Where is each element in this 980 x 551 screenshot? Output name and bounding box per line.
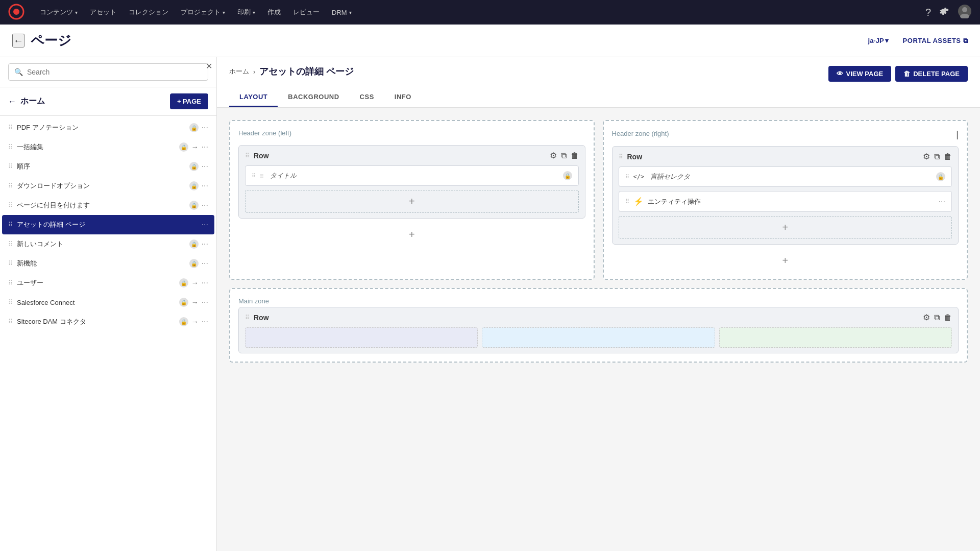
main-column-1 xyxy=(245,327,478,348)
settings-icon[interactable] xyxy=(939,6,949,19)
add-row-button-right[interactable]: + xyxy=(612,251,959,271)
sidebar-item-new-comment[interactable]: ⠿ 新しいコメント 🔒 ··· xyxy=(2,234,214,254)
print-dropdown-arrow: ▾ xyxy=(253,10,255,15)
more-options-icon[interactable]: ··· xyxy=(202,142,208,152)
projects-dropdown-arrow: ▾ xyxy=(223,10,225,15)
action-buttons: 👁 VIEW PAGE 🗑 DELETE PAGE xyxy=(828,66,968,82)
add-component-in-row-right-button[interactable]: + xyxy=(619,216,952,239)
row-card-header-right: ⠿ Row ⚙ ⧉ 🗑 xyxy=(619,152,952,161)
entity-more-options-icon[interactable]: ··· xyxy=(939,197,945,206)
tab-background[interactable]: BACKGROUND xyxy=(278,88,349,107)
row-settings-button[interactable]: ⚙ xyxy=(923,152,930,161)
app-logo[interactable] xyxy=(8,4,33,21)
row-delete-button[interactable]: 🗑 xyxy=(571,151,579,160)
sidebar-item-label: ユーザー xyxy=(17,278,176,288)
home-label: ホーム xyxy=(20,96,45,107)
sidebar-item-salesforce-connect[interactable]: ⠿ Salesforce Connect 🔒 → ··· xyxy=(2,293,214,312)
sidebar-item-sitecore-dam[interactable]: ⠿ Sitecore DAM コネクタ 🔒 → ··· xyxy=(2,312,214,331)
user-avatar[interactable] xyxy=(958,4,972,21)
drag-handle-icon: ⠿ xyxy=(8,124,13,131)
more-options-icon[interactable]: ··· xyxy=(202,259,208,268)
sidebar-item-label: ダウンロードオプション xyxy=(17,181,186,190)
sidebar-item-bookmarks[interactable]: ⠿ ページに付目を付けます 🔒 ··· xyxy=(2,196,214,215)
main-column-2 xyxy=(482,327,715,348)
drag-handle-icon: ⠿ xyxy=(8,279,13,286)
help-icon[interactable]: ? xyxy=(925,7,931,18)
row-copy-button[interactable]: ⧉ xyxy=(561,151,567,160)
lock-icon: 🔒 xyxy=(189,239,199,249)
back-button[interactable]: ← xyxy=(12,34,24,47)
delete-page-button[interactable]: 🗑 DELETE PAGE xyxy=(895,66,968,82)
row-card-main: ⠿ Row ⚙ ⧉ 🗑 xyxy=(238,307,959,353)
row-settings-button[interactable]: ⚙ xyxy=(550,151,557,160)
row-drag-handle-icon: ⠿ xyxy=(619,153,623,160)
sidebar-home-nav[interactable]: ← ホーム xyxy=(8,96,45,107)
more-options-icon[interactable]: ··· xyxy=(202,220,208,229)
page-title: ページ xyxy=(31,32,71,50)
tab-css[interactable]: CSS xyxy=(350,88,384,107)
sidebar-item-label: Sitecore DAM コネクタ xyxy=(17,317,176,326)
nav-assets[interactable]: アセット xyxy=(85,5,121,20)
lock-icon: 🔒 xyxy=(189,162,199,171)
breadcrumb-section: ホーム › アセットの詳細 ページ xyxy=(229,65,354,82)
row-settings-button[interactable]: ⚙ xyxy=(923,313,930,322)
more-options-icon[interactable]: ··· xyxy=(202,201,208,210)
row-delete-button[interactable]: 🗑 xyxy=(944,313,952,322)
nav-print[interactable]: 印刷 ▾ xyxy=(232,5,260,20)
row-copy-button[interactable]: ⧉ xyxy=(934,313,940,322)
sidebar-item-users[interactable]: ⠿ ユーザー 🔒 → ··· xyxy=(2,273,214,293)
sidebar-item-bulk-edit[interactable]: ⠿ 一括編集 🔒 → ··· xyxy=(2,137,214,157)
more-options-icon[interactable]: ··· xyxy=(202,239,208,249)
drag-handle-icon: ⠿ xyxy=(8,318,13,325)
row-copy-button[interactable]: ⧉ xyxy=(934,152,940,161)
drag-handle-icon: ⠿ xyxy=(8,241,13,248)
main-layout: ✕ 🔍 ← ホーム + PAGE ⠿ PDF アノテーション 🔒 ··· xyxy=(0,57,980,551)
lock-icon: 🔒 xyxy=(189,259,199,268)
tab-layout[interactable]: LAYOUT xyxy=(229,88,278,107)
drag-handle-icon: ⠿ xyxy=(8,221,13,228)
nav-contents[interactable]: コンテンツ ▾ xyxy=(35,5,83,20)
more-options-icon[interactable]: ··· xyxy=(202,162,208,171)
nav-projects[interactable]: プロジェクト ▾ xyxy=(176,5,230,20)
nav-arrow-icon: → xyxy=(191,279,199,287)
nav-review[interactable]: レビュー xyxy=(288,5,325,20)
more-options-icon[interactable]: ··· xyxy=(202,181,208,190)
sidebar-item-label: ページに付目を付けます xyxy=(17,201,186,210)
sidebar-item-download-options[interactable]: ⠿ ダウンロードオプション 🔒 ··· xyxy=(2,176,214,196)
row-actions: ⚙ ⧉ 🗑 xyxy=(550,151,579,160)
nav-drm[interactable]: DRM ▾ xyxy=(327,6,357,19)
page-header: ← ページ ja-JP ▾ PORTAL ASSETS ⧉ xyxy=(0,25,980,57)
nav-arrow-icon: → xyxy=(191,143,199,151)
more-options-icon[interactable]: ··· xyxy=(202,298,208,307)
tab-info[interactable]: INFO xyxy=(384,88,422,107)
content-tabs: LAYOUT BACKGROUND CSS INFO xyxy=(229,88,968,107)
more-options-icon[interactable]: ··· xyxy=(202,317,208,326)
breadcrumb-home[interactable]: ホーム xyxy=(229,67,249,76)
row-drag-handle-icon: ⠿ xyxy=(245,314,250,321)
sidebar-item-asset-detail[interactable]: ⠿ アセットの詳細 ページ ··· xyxy=(2,215,214,234)
lightning-icon: ⚡ xyxy=(633,197,644,206)
external-link-icon: ⧉ xyxy=(963,37,968,45)
sidebar-item-pdf-annotation[interactable]: ⠿ PDF アノテーション 🔒 ··· xyxy=(2,118,214,137)
add-row-button-left[interactable]: + xyxy=(238,225,585,245)
locale-selector[interactable]: ja-JP ▾ xyxy=(868,37,889,44)
sidebar-home-row: ← ホーム + PAGE xyxy=(0,87,216,116)
drag-handle-icon: ⠿ xyxy=(8,299,13,306)
view-page-button[interactable]: 👁 VIEW PAGE xyxy=(828,66,892,82)
sidebar-item-order[interactable]: ⠿ 順序 🔒 ··· xyxy=(2,157,214,176)
sidebar-item-new-features[interactable]: ⠿ 新機能 🔒 ··· xyxy=(2,254,214,273)
sidebar-item-label: 新しいコメント xyxy=(17,239,186,249)
content-header: ホーム › アセットの詳細 ページ 👁 VIEW PAGE 🗑 DELETE P… xyxy=(217,57,980,108)
nav-create[interactable]: 作成 xyxy=(262,5,286,20)
add-page-button[interactable]: + PAGE xyxy=(170,93,208,109)
component-lock-icon: 🔒 xyxy=(936,172,945,181)
portal-assets-button[interactable]: PORTAL ASSETS ⧉ xyxy=(903,37,968,45)
search-input[interactable] xyxy=(8,63,208,81)
row-delete-button[interactable]: 🗑 xyxy=(944,152,952,161)
add-page-label: + PAGE xyxy=(177,98,201,105)
nav-collections[interactable]: コレクション xyxy=(124,5,174,20)
more-options-icon[interactable]: ··· xyxy=(202,278,208,288)
sidebar-close-button[interactable]: ✕ xyxy=(206,61,212,71)
more-options-icon[interactable]: ··· xyxy=(202,123,208,132)
add-component-in-row-button[interactable]: + xyxy=(245,190,579,213)
